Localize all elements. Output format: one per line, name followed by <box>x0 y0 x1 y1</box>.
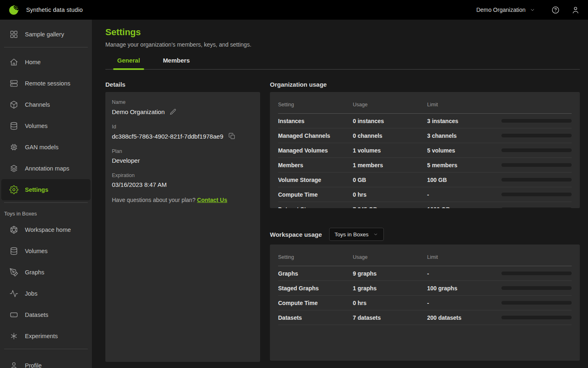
usage-row-usage: 1 members <box>353 162 427 168</box>
brand: Synthetic data studio <box>8 4 83 16</box>
asterisk-icon <box>9 332 18 341</box>
tab-label: Members <box>163 57 190 64</box>
server-icon <box>9 79 18 88</box>
usage-row-setting: Volume Storage <box>278 177 353 183</box>
usage-row-usage: 0 hrs <box>353 191 427 198</box>
org-usage-row-members: Members 1 members 5 members <box>278 158 572 173</box>
grid-icon <box>9 30 18 39</box>
usage-row-usage: 1 graphs <box>353 285 427 292</box>
sidebar-item-graphs[interactable]: Graphs <box>1 262 91 283</box>
sidebar-item-label: Sample gallery <box>25 31 64 38</box>
sidebar-item-label: Experiments <box>25 333 58 339</box>
sidebar-item-label: Home <box>25 59 41 65</box>
usage-row-setting: Graphs <box>278 270 353 277</box>
copy-icon[interactable] <box>228 132 236 140</box>
usage-row-usage: 0 GB <box>353 177 427 183</box>
edit-icon[interactable] <box>169 108 177 115</box>
field-value: 03/16/2023 8:47 AM <box>112 181 167 188</box>
sidebar-item-settings[interactable]: Settings <box>1 179 91 200</box>
organization-usage-heading: Organization usage <box>270 81 580 88</box>
app-title: Synthetic data studio <box>26 7 83 13</box>
sidebar-divider <box>4 47 88 47</box>
tab-members[interactable]: Members <box>159 57 194 69</box>
usage-row-limit: 200 datasets <box>427 314 501 321</box>
usage-progress-bar <box>501 193 572 196</box>
detail-field-id: Id dc388cf5-7863-4902-821f-7ddbf1978ae9 <box>112 124 254 140</box>
contact-us-link[interactable]: Contact Us <box>197 197 227 203</box>
pen-icon <box>9 268 18 277</box>
details-heading: Details <box>105 81 260 88</box>
usage-progress-bar <box>501 272 572 275</box>
org-usage-row-dataset-storage: Dataset Storage 7.845 GB 1000 GB <box>278 202 572 208</box>
sidebar-item-home[interactable]: Home <box>1 52 91 73</box>
usage-row-usage: 9 graphs <box>353 270 427 277</box>
sidebar-item-experiments[interactable]: Experiments <box>1 325 91 347</box>
polyhedron-icon <box>9 225 18 234</box>
gear-icon <box>9 185 18 194</box>
field-label: Expiration <box>112 173 254 178</box>
help-icon[interactable] <box>551 6 560 14</box>
sidebar-item-datasets[interactable]: Datasets <box>1 304 91 325</box>
org-usage-row-compute-time: Compute Time 0 hrs - <box>278 187 572 202</box>
usage-row-setting: Members <box>278 162 353 168</box>
cube-icon <box>9 100 18 109</box>
sidebar-item-profile[interactable]: Profile <box>1 351 91 368</box>
detail-field-name: Name Demo Organization <box>112 99 254 115</box>
sidebar-item-workspace-home[interactable]: Workspace home <box>1 219 91 240</box>
sidebar-item-volumes[interactable]: Volumes <box>1 240 91 262</box>
workspace-usage-heading: Workspace usage <box>270 231 322 238</box>
usage-row-setting: Compute Time <box>278 191 353 198</box>
usage-table-header: Setting Usage Limit <box>278 254 572 266</box>
field-label: Plan <box>112 148 254 154</box>
org-usage-row-instances: Instances 0 instances 3 instances <box>278 114 572 128</box>
database-icon <box>9 121 18 130</box>
usage-progress-bar <box>501 207 572 208</box>
usage-table-header: Setting Usage Limit <box>278 102 572 114</box>
sidebar-item-remote-sessions[interactable]: Remote sessions <box>1 73 91 94</box>
usage-row-usage: 7.845 GB <box>353 206 427 209</box>
sidebar-item-gan-models[interactable]: GAN models <box>1 137 91 158</box>
chip-icon <box>9 143 18 152</box>
logo-icon <box>8 4 20 16</box>
sidebar-divider <box>4 202 88 203</box>
details-card: Name Demo Organization Id dc388cf5- <box>105 92 260 362</box>
sidebar-item-label: Settings <box>25 186 48 193</box>
tab-general[interactable]: General <box>113 57 144 69</box>
detail-field-plan: Plan Developer <box>112 148 254 164</box>
sidebar-item-annotation-maps[interactable]: Annotation maps <box>1 158 91 179</box>
organization-usage-card: Setting Usage Limit Instances 0 instance… <box>270 92 580 208</box>
person-icon[interactable] <box>571 6 580 14</box>
main-content: Settings Manage your organization's memb… <box>92 20 588 368</box>
usage-progress-bar <box>501 301 572 305</box>
chevron-down-icon <box>529 7 536 13</box>
person-icon <box>9 361 18 368</box>
usage-row-setting: Managed Volumes <box>278 147 353 154</box>
usage-row-usage: 0 channels <box>353 132 427 139</box>
usage-row-limit: - <box>427 270 501 277</box>
usage-progress-bar <box>501 316 572 319</box>
usage-progress-bar <box>501 134 572 137</box>
usage-row-limit: 3 instances <box>427 118 501 124</box>
field-label: Name <box>112 99 254 105</box>
sidebar-item-label: Volumes <box>25 123 48 129</box>
sidebar-item-volumes[interactable]: Volumes <box>1 115 91 137</box>
sidebar: Sample gallery Home Remote sessions Chan <box>0 20 92 368</box>
page-title: Settings <box>105 27 580 38</box>
org-usage-row-volume-storage: Volume Storage 0 GB 100 GB <box>278 173 572 187</box>
usage-row-limit: 1000 GB <box>427 206 501 209</box>
usage-row-setting: Compute Time <box>278 300 353 306</box>
organization-selector[interactable]: Demo Organization <box>476 7 536 13</box>
organization-selector-label: Demo Organization <box>476 7 526 13</box>
workspace-selector[interactable]: Toys in Boxes <box>329 228 383 241</box>
page-subtitle: Manage your organization's members, keys… <box>105 41 580 48</box>
usage-row-usage: 7 datasets <box>353 314 427 321</box>
sidebar-item-channels[interactable]: Channels <box>1 94 91 115</box>
sidebar-item-sample-gallery[interactable]: Sample gallery <box>1 24 91 45</box>
sidebar-item-label: Annotation maps <box>25 165 69 172</box>
sidebar-item-jobs[interactable]: Jobs <box>1 283 91 304</box>
sidebar-item-label: GAN models <box>25 144 58 150</box>
ws-usage-row-staged-graphs: Staged Graphs 1 graphs 100 graphs <box>278 281 572 296</box>
field-value: Demo Organization <box>112 108 165 115</box>
usage-progress-bar <box>501 119 572 123</box>
sidebar-item-label: Volumes <box>25 248 48 254</box>
